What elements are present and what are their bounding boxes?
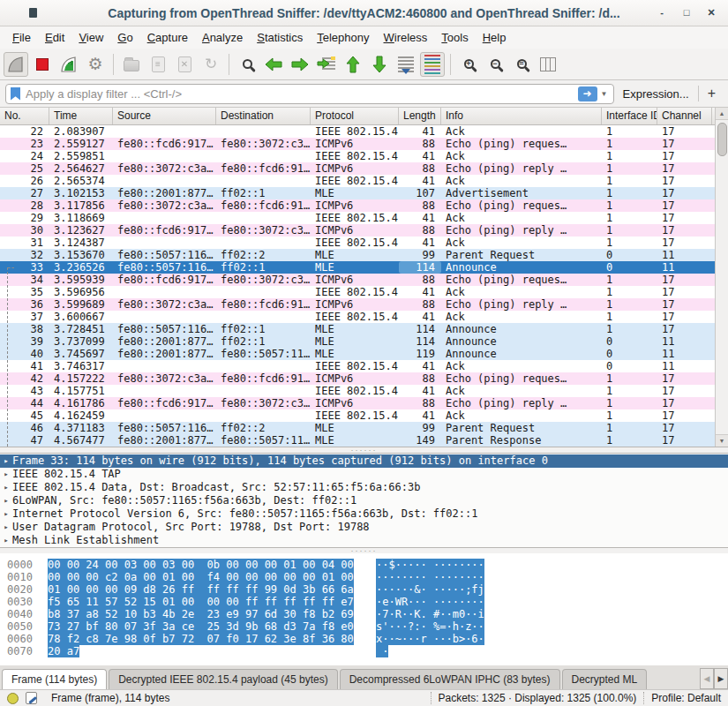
go-back-button[interactable] <box>261 52 286 77</box>
hex-ascii[interactable]: s'···?:· %=·h·z·· <box>376 620 484 633</box>
go-to-packet-button[interactable] <box>314 52 339 77</box>
zoom-in-button[interactable]: + <box>456 52 481 77</box>
packet-row-37[interactable]: 373.600667IEEE 802.15.441Ack117 <box>0 311 715 323</box>
auto-scroll-button[interactable] <box>394 52 418 77</box>
hex-bytes[interactable]: 78 f2 c8 7e 98 0f b7 72 07 f0 17 62 3e 8… <box>48 633 354 645</box>
detail-line[interactable]: ▸Frame 33: 114 bytes on wire (912 bits),… <box>0 454 728 468</box>
hex-bytes[interactable]: 01 00 00 00 09 d8 26 ff ff ff ff 99 0d 3… <box>48 583 354 596</box>
menu-capture[interactable]: Capture <box>140 28 195 47</box>
packet-row-40[interactable]: 403.745697fe80::2001:877…fe80::5057:11…M… <box>0 348 715 360</box>
scroll-up-icon[interactable]: ▲ <box>716 108 728 120</box>
expand-arrow-icon[interactable]: ▸ <box>0 521 12 534</box>
packet-row-28[interactable]: 283.117856fe80::3072:c3a…fe80::fcd6:91…I… <box>0 199 715 212</box>
packet-row-39[interactable]: 393.737099fe80::2001:877…ff02::1MLE114An… <box>0 335 715 348</box>
packet-row-23[interactable]: 232.559127fe80::fcd6:917…fe80::3072:c3…I… <box>0 138 715 150</box>
hex-bytes[interactable]: b8 37 a8 52 10 b3 4b 2e 23 e9 97 6d 30 f… <box>48 608 354 620</box>
expand-arrow-icon[interactable]: ▸ <box>0 534 12 547</box>
go-last-button[interactable] <box>367 52 392 77</box>
packet-row-34[interactable]: 343.595939fe80::fcd6:917…fe80::3072:c3…I… <box>0 274 715 286</box>
expand-arrow-icon[interactable]: ▸ <box>0 507 12 521</box>
detail-line[interactable]: ▸Internet Protocol Version 6, Src: fe80:… <box>0 507 728 521</box>
minimize-button[interactable]: - <box>656 7 668 19</box>
packet-row-27[interactable]: 273.102153fe80::2001:877…ff02::1MLE107Ad… <box>0 187 715 199</box>
column-header-info[interactable]: Info <box>441 108 602 124</box>
display-filter-input[interactable] <box>26 87 578 101</box>
column-header-destination[interactable]: Destination <box>216 108 311 124</box>
packet-row-22[interactable]: 222.083907IEEE 802.15.441Ack117 <box>0 125 715 138</box>
hex-ascii[interactable]: ··$····· ········ <box>376 559 484 571</box>
add-filter-button[interactable]: + <box>704 86 723 101</box>
hex-bytes[interactable]: f5 65 11 57 52 15 01 00 00 00 ff ff ff f… <box>48 596 354 608</box>
reload-file-button[interactable]: ↻ <box>199 52 223 77</box>
hex-bytes[interactable]: 00 00 00 c2 0a 00 01 00 f4 00 00 00 00 0… <box>48 571 354 583</box>
apply-filter-button[interactable]: ➜ <box>578 86 597 101</box>
menu-edit[interactable]: Edit <box>38 28 71 47</box>
packet-row-26[interactable]: 262.565374IEEE 802.15.441Ack117 <box>0 175 715 187</box>
detail-line[interactable]: ▸IEEE 802.15.4 TAP <box>0 468 728 481</box>
bookmark-icon[interactable] <box>11 87 20 101</box>
byte-view-tab-2[interactable]: Decompressed 6LoWPAN IPHC (83 bytes) <box>340 669 560 689</box>
column-header-interface-id[interactable]: Interface ID <box>602 108 657 124</box>
hex-row[interactable]: 0040b8 37 a8 52 10 b3 4b 2e 23 e9 97 6d … <box>7 608 728 620</box>
hex-bytes[interactable]: 00 00 24 00 03 00 03 00 0b 00 00 00 01 0… <box>48 559 354 571</box>
packet-row-45[interactable]: 454.162459IEEE 802.15.441Ack117 <box>0 409 715 422</box>
resize-columns-button[interactable] <box>536 52 560 77</box>
menu-view[interactable]: View <box>71 28 110 47</box>
maximize-button[interactable]: □ <box>680 7 693 19</box>
save-file-button[interactable]: ≡ <box>146 52 170 77</box>
detail-line[interactable]: ▸IEEE 802.15.4 Data, Dst: Broadcast, Src… <box>0 481 728 494</box>
hex-ascii[interactable]: x··~···r ···b>·6· <box>376 633 484 645</box>
open-file-button[interactable] <box>119 52 144 77</box>
hex-bytes[interactable]: 20 a7 <box>48 645 79 657</box>
tab-scroll-left-icon[interactable]: ◀ <box>700 668 714 689</box>
close-button[interactable]: ✕ <box>705 7 717 19</box>
packet-row-30[interactable]: 303.123627fe80::fcd6:917…fe80::3072:c3…I… <box>0 224 715 237</box>
hex-row[interactable]: 006078 f2 c8 7e 98 0f b7 72 07 f0 17 62 … <box>7 633 728 645</box>
go-forward-button[interactable] <box>288 52 312 77</box>
capture-options-button[interactable]: ⚙ <box>83 52 108 77</box>
menu-telephony[interactable]: Telephony <box>310 28 376 47</box>
packet-row-35[interactable]: 353.596956IEEE 802.15.441Ack117 <box>0 286 715 298</box>
byte-view-tab-3[interactable]: Decrypted ML <box>562 669 648 689</box>
expand-arrow-icon[interactable]: ▸ <box>0 454 12 468</box>
packet-list-scrollbar[interactable]: ▲ ▼ <box>715 108 728 447</box>
status-profile[interactable]: Profile: Default <box>651 692 721 704</box>
tab-scroll-right-icon[interactable]: ▶ <box>714 668 728 689</box>
scrollbar-thumb[interactable] <box>717 123 727 156</box>
hex-row[interactable]: 007020 a7 · <box>7 645 728 657</box>
column-header-no[interactable]: No. <box>0 108 49 124</box>
find-packet-button[interactable] <box>235 52 259 77</box>
hex-ascii[interactable]: ······&· ·····;fj <box>376 583 484 596</box>
packet-row-29[interactable]: 293.118669IEEE 802.15.441Ack117 <box>0 212 715 224</box>
capture-start-icon[interactable] <box>4 52 28 77</box>
packet-row-38[interactable]: 383.728451fe80::5057:116…ff02::1MLE114An… <box>0 323 715 335</box>
capture-stop-button[interactable] <box>30 52 55 77</box>
expand-arrow-icon[interactable]: ▸ <box>0 468 12 481</box>
packet-row-47[interactable]: 474.567477fe80::2001:877…fe80::5057:11…M… <box>0 434 715 447</box>
capture-restart-button[interactable] <box>56 52 81 77</box>
go-first-button[interactable] <box>341 52 365 77</box>
column-header-source[interactable]: Source <box>113 108 216 124</box>
expand-arrow-icon[interactable]: ▸ <box>0 481 12 494</box>
packet-row-41[interactable]: 413.746317IEEE 802.15.441Ack011 <box>0 360 715 372</box>
hex-row[interactable]: 002001 00 00 00 09 d8 26 ff ff ff ff 99 … <box>7 583 728 596</box>
column-header-time[interactable]: Time <box>49 108 113 124</box>
packet-row-25[interactable]: 252.564627fe80::3072:c3a…fe80::fcd6:91…I… <box>0 162 715 175</box>
hex-row[interactable]: 0030f5 65 11 57 52 15 01 00 00 00 ff ff … <box>7 596 728 608</box>
column-header-length[interactable]: Length <box>399 108 441 124</box>
packet-row-43[interactable]: 434.157751IEEE 802.15.441Ack117 <box>0 385 715 397</box>
menu-analyze[interactable]: Analyze <box>195 28 250 47</box>
menu-statistics[interactable]: Statistics <box>250 28 310 47</box>
colorize-button[interactable] <box>420 52 445 77</box>
packet-row-36[interactable]: 363.599689fe80::3072:c3a…fe80::fcd6:91…I… <box>0 298 715 311</box>
detail-line[interactable]: ▸Mesh Link Establishment <box>0 534 728 547</box>
hex-row[interactable]: 001000 00 00 c2 0a 00 01 00 f4 00 00 00 … <box>7 571 728 583</box>
close-file-button[interactable]: ✕ <box>172 52 197 77</box>
detail-line[interactable]: ▸User Datagram Protocol, Src Port: 19788… <box>0 521 728 534</box>
expand-arrow-icon[interactable]: ▸ <box>0 494 12 507</box>
byte-view-tab-0[interactable]: Frame (114 bytes) <box>2 669 107 689</box>
packet-row-44[interactable]: 444.161786fe80::fcd6:917…fe80::3072:c3…I… <box>0 397 715 409</box>
packet-row-24[interactable]: 242.559851IEEE 802.15.441Ack117 <box>0 150 715 162</box>
menu-help[interactable]: Help <box>476 28 514 47</box>
hex-ascii[interactable]: ·e·WR··· ········ <box>376 596 484 608</box>
